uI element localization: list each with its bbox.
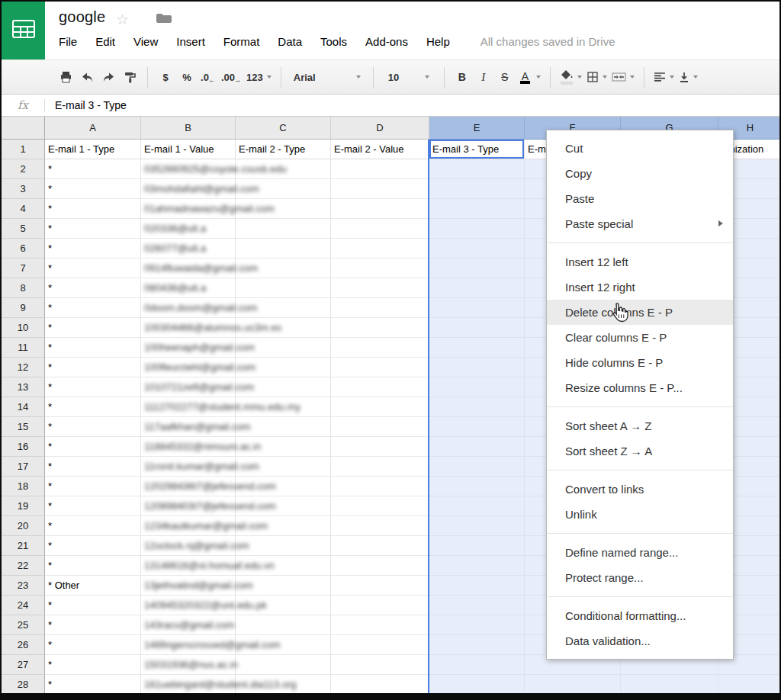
fill-color-button[interactable] [558, 67, 584, 88]
cell-empty[interactable] [331, 159, 429, 179]
cell-selected[interactable] [525, 675, 621, 693]
menubar-item[interactable]: Format [223, 35, 260, 48]
menu-item[interactable]: Unlink [547, 502, 733, 527]
row-number[interactable]: 11 [2, 338, 45, 358]
cell-type[interactable]: * [45, 496, 141, 516]
cell-email[interactable]: 01ahmadnawazs@gmail.com [141, 199, 236, 219]
redo-button[interactable] [98, 67, 119, 88]
borders-button[interactable] [584, 67, 609, 88]
cell-type[interactable]: * [45, 239, 141, 258]
cell-email[interactable]: 13148616@st.homuaf.edu.vn [141, 556, 236, 576]
menu-item[interactable]: Convert to links [547, 477, 733, 502]
row-number[interactable]: 18 [2, 477, 45, 496]
cell-type[interactable]: * [45, 615, 141, 635]
cell-type[interactable]: * [45, 219, 141, 239]
menu-item[interactable]: Resize columns E - P... [547, 375, 733, 400]
cell-selected[interactable] [429, 675, 525, 693]
cell-empty[interactable] [331, 477, 429, 496]
cell-type[interactable]: * [45, 437, 141, 457]
cell-empty[interactable] [331, 556, 429, 576]
cell-type[interactable]: * [45, 417, 141, 437]
row-number[interactable]: 4 [2, 199, 45, 219]
cell-email[interactable]: 080436@ult.a [141, 278, 236, 298]
cell-type[interactable]: * [45, 596, 141, 615]
row-number[interactable]: 17 [2, 457, 45, 477]
menu-item[interactable]: Delete columns E - P [547, 300, 733, 325]
cell-type[interactable]: * [45, 358, 141, 377]
document-title[interactable]: google [59, 8, 105, 26]
cell-empty[interactable] [331, 655, 429, 675]
cell-selected[interactable] [429, 417, 525, 437]
cell-selected[interactable] [429, 516, 525, 536]
cell-email[interactable]: 03mohdafiahl@gmail.com [141, 179, 236, 199]
column-header[interactable]: E [429, 117, 525, 140]
cell-empty[interactable] [331, 635, 429, 655]
cell-empty[interactable] [331, 536, 429, 556]
cell-email[interactable]: 120298436t7@jefessend.com [141, 477, 236, 496]
cell-selected[interactable] [429, 536, 525, 556]
row-number[interactable]: 26 [2, 635, 45, 655]
cell-empty[interactable] [331, 278, 429, 298]
cell-type[interactable]: * [45, 298, 141, 318]
cell-type[interactable]: * [45, 278, 141, 298]
cell-selected[interactable] [429, 496, 525, 516]
column-header[interactable]: C [236, 117, 331, 140]
row-number[interactable]: 8 [2, 278, 45, 298]
row-number[interactable]: 21 [2, 536, 45, 556]
cell-type[interactable]: * [45, 655, 141, 675]
bold-button[interactable]: B [452, 67, 473, 88]
menu-item[interactable]: Paste [547, 186, 733, 211]
menubar-item[interactable]: View [133, 35, 158, 48]
row-number[interactable]: 24 [2, 596, 45, 615]
cell-empty[interactable] [236, 536, 331, 556]
cell-selected[interactable] [429, 278, 525, 298]
decrease-decimals-button[interactable]: .0← [198, 67, 219, 88]
cell-empty[interactable] [236, 239, 331, 258]
row-number[interactable]: 12 [2, 358, 45, 377]
cell-type[interactable]: * [45, 199, 141, 219]
cell-type[interactable]: * [45, 179, 141, 199]
cell-empty[interactable] [236, 655, 331, 675]
row-number[interactable]: 20 [2, 516, 45, 536]
cell-type[interactable]: * Other [45, 576, 141, 596]
menubar-item[interactable]: File [59, 35, 77, 48]
row-number[interactable]: 2 [2, 159, 45, 179]
cell-selected[interactable] [429, 437, 525, 457]
cell-email[interactable]: 117aafkhan@gmail.com [141, 417, 236, 437]
cell-empty[interactable] [331, 377, 429, 397]
cell-empty[interactable] [331, 417, 429, 437]
menubar-item[interactable]: Help [426, 35, 450, 48]
cell-selected[interactable] [429, 615, 525, 635]
folder-icon[interactable] [156, 13, 172, 27]
cell-empty[interactable] [331, 199, 429, 219]
cell-empty[interactable] [331, 338, 429, 358]
row-number[interactable]: 16 [2, 437, 45, 457]
cell-empty[interactable] [331, 576, 429, 596]
row-number[interactable]: 5 [2, 219, 45, 239]
menu-item[interactable]: Protect range... [547, 565, 733, 590]
menu-item[interactable]: Clear columns E - P [547, 325, 733, 350]
cell-email[interactable]: 100304466@alumnos.uc3m.es [141, 318, 236, 338]
increase-decimals-button[interactable]: .00→ [219, 67, 244, 88]
format-currency-button[interactable]: $ [155, 67, 176, 88]
cell-type[interactable]: * [45, 516, 141, 536]
format-percent-button[interactable]: % [176, 67, 198, 88]
cell-selected[interactable] [429, 556, 525, 576]
italic-button[interactable]: I [473, 67, 494, 88]
row-number[interactable]: 7 [2, 258, 45, 278]
strikethrough-button[interactable]: S [494, 67, 516, 88]
more-formats-button[interactable]: 123 [244, 67, 274, 88]
menu-item[interactable]: Data validation... [547, 628, 733, 653]
row-number[interactable]: 3 [2, 179, 45, 199]
cell-type[interactable]: * [45, 377, 141, 397]
cell-email[interactable]: 0914fluwaida@gmail.com [141, 258, 236, 278]
cell-empty[interactable] [331, 219, 429, 239]
cell-type[interactable]: * [45, 556, 141, 576]
cell-selected[interactable] [429, 457, 525, 477]
menu-item[interactable] [547, 242, 733, 243]
cell-type[interactable]: * [45, 675, 141, 693]
cell-empty[interactable] [331, 437, 429, 457]
cell-type[interactable]: * [45, 338, 141, 358]
cell-empty[interactable] [331, 675, 429, 693]
row-number[interactable]: 23 [2, 576, 45, 596]
